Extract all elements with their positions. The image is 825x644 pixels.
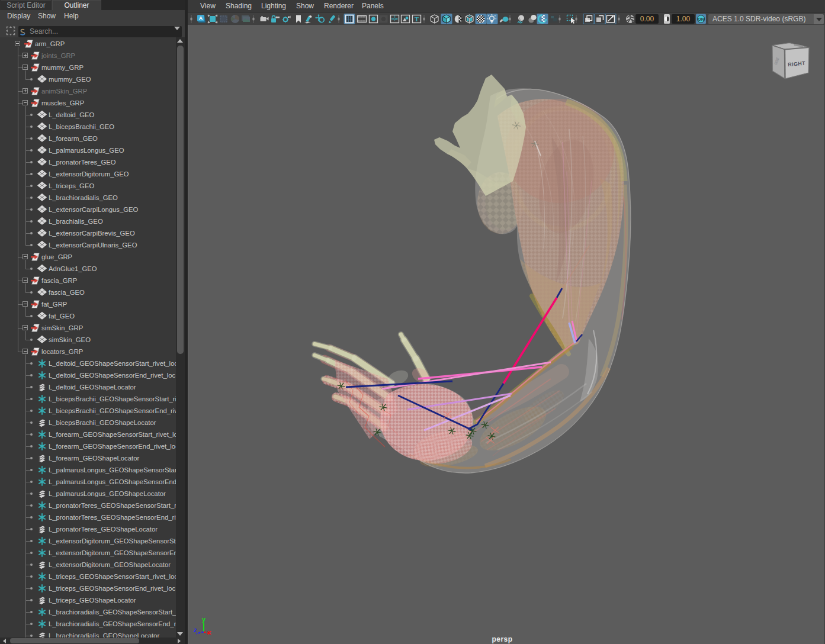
svg-text:y: y — [202, 616, 206, 623]
svg-text:T: T — [415, 16, 419, 22]
svg-text:ON: ON — [698, 17, 704, 22]
svg-text:z: z — [194, 626, 197, 633]
svg-text:x: x — [207, 629, 211, 636]
svg-text:A: A — [199, 15, 203, 21]
